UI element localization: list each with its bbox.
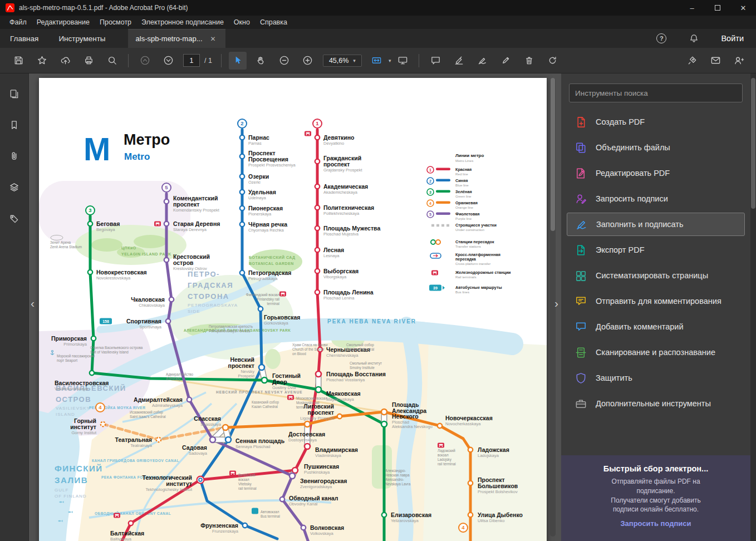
hand-tool-icon[interactable] bbox=[252, 52, 270, 70]
svg-text:Приморская: Приморская bbox=[51, 335, 87, 342]
svg-text:Площадь Мужества: Площадь Мужества bbox=[323, 225, 380, 232]
svg-text:Храм Спаса на Крови: Храм Спаса на Крови bbox=[292, 343, 328, 347]
svg-text:Витебский: Витебский bbox=[238, 473, 256, 477]
combine-files-icon bbox=[575, 141, 587, 154]
collapse-right-panel-icon[interactable]: › bbox=[554, 297, 558, 309]
cloud-upload-icon[interactable] bbox=[56, 52, 74, 70]
fill-sign-icon bbox=[575, 218, 588, 231]
pdf-page[interactable]: ПЕТРО-ГРАДСКАЯСТОРОНАPETROGRADSKAYASIDEВ… bbox=[39, 78, 547, 541]
promo-request-signatures-link[interactable]: Запросить подписи bbox=[576, 519, 736, 528]
comment-icon[interactable] bbox=[426, 52, 444, 70]
tool-fill-sign[interactable]: Заполнить и подписать bbox=[567, 213, 745, 236]
svg-text:Gorkovskaya: Gorkovskaya bbox=[264, 321, 289, 326]
highlighter-icon[interactable] bbox=[450, 52, 468, 70]
page-number-input[interactable] bbox=[183, 54, 200, 67]
menu-item[interactable]: Электронное подписание bbox=[136, 18, 229, 26]
svg-text:Синяя: Синяя bbox=[455, 178, 468, 183]
tool-label: Экспорт PDF bbox=[596, 245, 645, 254]
scrollbar-thumb[interactable] bbox=[551, 78, 555, 231]
svg-text:Девяткино: Девяткино bbox=[323, 134, 355, 141]
tool-add-comment[interactable]: Добавить комментарий bbox=[561, 314, 750, 340]
promo-title: Быстрый сбор электрон... bbox=[576, 464, 736, 473]
document-tab[interactable]: als-spb-metro-map... ✕ bbox=[128, 29, 225, 48]
svg-text:Ладожский: Ладожский bbox=[438, 449, 455, 453]
svg-text:Vitebsky: Vitebsky bbox=[238, 482, 252, 486]
svg-text:PETROGRADSKAYA: PETROGRADSKAYA bbox=[188, 303, 238, 308]
svg-text:Grajdansky Prospekt: Grajdansky Prospekt bbox=[323, 168, 363, 173]
svg-text:Стрелка Васильевского острова: Стрелка Васильевского острова bbox=[90, 346, 143, 350]
tab-home[interactable]: Главная bbox=[0, 29, 48, 48]
tool-edit-pdf[interactable]: Редактировать PDF bbox=[561, 160, 750, 186]
svg-text:Prospekt Prosvescheniya: Prospekt Prosvescheniya bbox=[248, 163, 296, 168]
menu-item[interactable]: Справка bbox=[255, 18, 292, 26]
reading-mode-icon[interactable] bbox=[394, 52, 411, 70]
select-tool-icon[interactable] bbox=[229, 52, 247, 70]
email-icon[interactable] bbox=[706, 52, 724, 70]
zoom-control[interactable]: 45,6% ▾ bbox=[323, 55, 362, 67]
svg-text:М: М bbox=[84, 131, 110, 167]
svg-text:Большевиков: Большевиков bbox=[478, 483, 518, 489]
next-page-icon[interactable] bbox=[159, 52, 177, 70]
tool-scan-ocr[interactable]: Сканирование и распознавание bbox=[561, 340, 750, 365]
svg-text:Mayakovskaya: Mayakovskaya bbox=[326, 397, 354, 402]
tool-combine-files[interactable]: Объединить файлы bbox=[561, 135, 750, 160]
tool-export-pdf[interactable]: Экспорт PDF bbox=[561, 237, 750, 263]
document-tab-label: als-spb-metro-map... bbox=[136, 35, 203, 43]
fill-sign-quick-icon[interactable] bbox=[683, 52, 701, 70]
tool-organize-pages[interactable]: Систематизировать страницы bbox=[561, 263, 750, 288]
maximize-button[interactable] bbox=[705, 0, 730, 16]
menu-item[interactable]: Окно bbox=[229, 18, 255, 26]
menu-item[interactable]: Файл bbox=[4, 18, 32, 26]
menu-item[interactable]: Просмотр bbox=[95, 18, 136, 26]
zoom-out-icon[interactable] bbox=[276, 52, 293, 70]
bookmarks-icon[interactable] bbox=[6, 116, 23, 134]
menu-item[interactable]: Редактирование bbox=[32, 18, 95, 26]
tool-label: Систематизировать страницы bbox=[596, 271, 708, 280]
svg-text:Kazan Cathedral: Kazan Cathedral bbox=[252, 405, 278, 409]
tab-tools[interactable]: Инструменты bbox=[48, 29, 115, 48]
favorites-star-icon[interactable] bbox=[33, 52, 51, 70]
svg-text:Yelizarovskaya: Yelizarovskaya bbox=[391, 518, 419, 523]
svg-text:Under construction: Under construction bbox=[455, 228, 484, 232]
save-icon[interactable] bbox=[9, 52, 27, 70]
tags-icon[interactable] bbox=[6, 209, 23, 227]
document-area[interactable]: ПЕТРО-ГРАДСКАЯСТОРОНАPETROGRADSKAYASIDEВ… bbox=[29, 73, 561, 541]
svg-text:Удельная: Удельная bbox=[248, 189, 276, 195]
draw-pencil-icon[interactable] bbox=[497, 52, 514, 70]
minimize-button[interactable]: – bbox=[679, 0, 705, 16]
print-icon[interactable] bbox=[80, 52, 97, 70]
scrollbar-thumb[interactable] bbox=[751, 78, 755, 209]
svg-text:Chernishevskaya: Chernishevskaya bbox=[326, 353, 359, 358]
svg-text:Petrogradskaya: Petrogradskaya bbox=[248, 276, 278, 281]
sign-in-button[interactable]: Войти bbox=[721, 34, 744, 43]
zoom-in-icon[interactable] bbox=[299, 52, 317, 70]
layers-icon[interactable] bbox=[6, 178, 23, 196]
notifications-icon[interactable] bbox=[685, 29, 703, 47]
refresh-icon[interactable] bbox=[543, 52, 561, 70]
delete-icon[interactable] bbox=[520, 52, 538, 70]
tool-request-signatures[interactable]: Запросить подписи bbox=[561, 186, 750, 212]
close-button[interactable]: ✕ bbox=[730, 0, 756, 16]
page-thumbnails-icon[interactable] bbox=[6, 85, 23, 102]
tool-label: Запросить подписи bbox=[596, 194, 668, 203]
svg-text:Pionerskaya: Pionerskaya bbox=[248, 212, 272, 217]
svg-text:Spasskaya: Spasskaya bbox=[200, 422, 222, 427]
tool-send-comments[interactable]: Отправить для комментирования bbox=[561, 288, 750, 314]
close-tab-icon[interactable]: ✕ bbox=[210, 35, 216, 43]
previous-page-icon[interactable] bbox=[136, 52, 154, 70]
share-people-icon[interactable] bbox=[730, 52, 748, 70]
collapse-left-panel-icon[interactable]: ‹ bbox=[31, 297, 35, 309]
svg-text:Зелёная: Зелёная bbox=[455, 189, 472, 194]
tool-more-tools[interactable]: Дополнительные инструменты bbox=[561, 391, 750, 416]
search-icon[interactable] bbox=[103, 52, 121, 70]
send-comments-icon bbox=[575, 295, 587, 308]
panel-scrollbar[interactable] bbox=[750, 73, 756, 541]
svg-text:Metro: Metro bbox=[124, 151, 150, 162]
signature-pen-icon[interactable] bbox=[473, 52, 491, 70]
attachments-icon[interactable] bbox=[6, 147, 23, 165]
help-icon[interactable]: ? bbox=[656, 33, 666, 43]
tools-search-input[interactable] bbox=[569, 83, 743, 102]
fit-width-icon[interactable] bbox=[368, 52, 386, 70]
tool-protect[interactable]: Защитить bbox=[561, 365, 750, 391]
tool-create-pdf[interactable]: Создать PDF bbox=[561, 109, 750, 135]
